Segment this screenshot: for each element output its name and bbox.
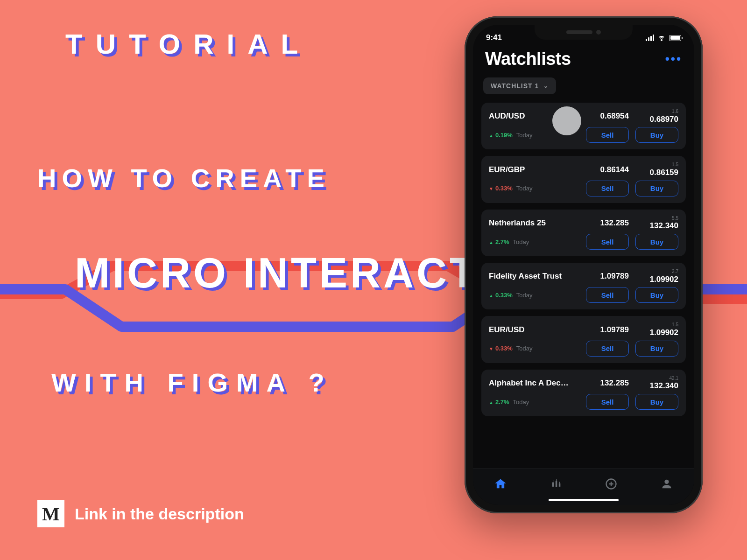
svg-rect-1 xyxy=(556,481,557,487)
status-time: 9:41 xyxy=(486,33,502,42)
more-button[interactable]: ••• xyxy=(665,52,682,66)
buy-button[interactable]: Buy xyxy=(635,287,678,303)
pips: 42.1 xyxy=(669,376,678,381)
watchlist-card[interactable]: AUD/USD 0.68954 1.6 0.68970 0.19% Today … xyxy=(481,103,686,149)
wifi-icon xyxy=(657,35,666,41)
tab-markets[interactable] xyxy=(545,473,567,495)
home-indicator xyxy=(549,499,619,501)
arrow-up-icon: 0.33% xyxy=(489,292,513,299)
cta-text: Link in the description xyxy=(75,505,244,523)
change-row: 2.7% Today xyxy=(489,238,579,245)
sell-button[interactable]: Sell xyxy=(586,234,629,250)
phone-frame: 9:41 Watchlists ••• WATCHLIST 1 ⌄ AUD/US… xyxy=(465,16,703,513)
buy-button[interactable]: Buy xyxy=(635,394,678,410)
sell-price: 132.285 xyxy=(600,219,629,227)
tab-home[interactable] xyxy=(490,473,511,495)
sell-price: 1.09789 xyxy=(600,272,629,280)
touch-indicator-icon xyxy=(552,106,581,135)
watchlist-card[interactable]: EUR/USD 1.09789 1.5 1.09902 0.33% Today … xyxy=(481,316,686,363)
buy-price: 132.340 xyxy=(650,382,678,390)
arrow-up-icon: 2.7% xyxy=(489,399,509,406)
pips: 1.5 xyxy=(672,162,678,168)
buy-price-wrap: 1.5 1.09902 xyxy=(635,322,678,336)
sell-price-wrap: 0.86144 xyxy=(586,166,629,174)
sell-price-wrap: 132.285 xyxy=(586,219,629,227)
hero-line-micro: MICRO INTERACTIONS xyxy=(75,249,458,297)
instrument-symbol: Alphabet Inc A Dec… xyxy=(489,378,579,388)
buy-price-wrap: 2.7 1.09902 xyxy=(635,269,678,283)
hero-line-with: WITH FIGMA ? xyxy=(51,367,458,398)
buy-price-wrap: 1.6 0.68970 xyxy=(635,109,678,123)
today-label: Today xyxy=(513,238,529,245)
buy-button[interactable]: Buy xyxy=(635,127,678,143)
today-label: Today xyxy=(516,345,533,352)
phone-screen: 9:41 Watchlists ••• WATCHLIST 1 ⌄ AUD/US… xyxy=(473,25,694,505)
today-label: Today xyxy=(516,292,533,299)
battery-icon xyxy=(669,35,681,41)
pips: 1.5 xyxy=(672,322,678,328)
instrument-symbol: EUR/GBP xyxy=(489,165,579,175)
chevron-down-icon: ⌄ xyxy=(543,83,549,89)
watchlist-card[interactable]: Alphabet Inc A Dec… 132.285 42.1 132.340… xyxy=(481,370,686,416)
today-label: Today xyxy=(516,185,533,192)
today-label: Today xyxy=(516,132,533,139)
home-icon xyxy=(494,477,507,490)
arrow-up-icon: 0.19% xyxy=(489,132,513,139)
sell-button[interactable]: Sell xyxy=(586,394,629,410)
medium-icon: M xyxy=(37,500,64,527)
watchlist-selector[interactable]: WATCHLIST 1 ⌄ xyxy=(483,77,556,94)
buy-button[interactable]: Buy xyxy=(635,181,678,196)
hero-line-tutorial: TUTORIAL xyxy=(65,28,458,60)
user-icon xyxy=(660,477,673,490)
footer-cta: M Link in the description xyxy=(37,500,244,527)
sell-price: 0.86144 xyxy=(600,166,629,174)
hero-line-how: HOW TO CREATE xyxy=(37,163,458,193)
buy-price: 1.09902 xyxy=(650,329,678,337)
sell-button[interactable]: Sell xyxy=(586,127,629,143)
buy-price: 0.68970 xyxy=(650,115,678,124)
watchlist-card[interactable]: Fidelity Asset Trust 1.09789 2.7 1.09902… xyxy=(481,263,686,309)
tab-profile[interactable] xyxy=(656,473,677,495)
sell-button[interactable]: Sell xyxy=(586,287,629,303)
change-row: 0.33% Today xyxy=(489,345,579,352)
watchlist-cards: AUD/USD 0.68954 1.6 0.68970 0.19% Today … xyxy=(473,103,694,458)
sell-price: 1.09789 xyxy=(600,326,629,334)
svg-rect-4 xyxy=(556,479,557,481)
page-title: Watchlists xyxy=(485,49,571,69)
candles-icon xyxy=(550,477,563,490)
svg-rect-5 xyxy=(559,482,560,483)
watchlist-selector-label: WATCHLIST 1 xyxy=(491,82,539,90)
buy-price: 1.09902 xyxy=(650,275,678,284)
instrument-symbol: Netherlands 25 xyxy=(489,218,579,228)
signal-icon xyxy=(646,35,654,41)
sell-price-wrap: 132.285 xyxy=(586,379,629,387)
buy-price: 132.340 xyxy=(650,222,678,230)
buy-price-wrap: 42.1 132.340 xyxy=(635,376,678,390)
watchlist-card[interactable]: EUR/GBP 0.86144 1.5 0.86159 0.33% Today … xyxy=(481,156,686,203)
buy-button[interactable]: Buy xyxy=(635,341,678,357)
watchlist-card[interactable]: Netherlands 25 132.285 5.5 132.340 2.7% … xyxy=(481,210,686,256)
change-row: 0.33% Today xyxy=(489,292,579,299)
sell-price: 132.285 xyxy=(600,379,629,387)
sell-button[interactable]: Sell xyxy=(586,181,629,196)
svg-rect-3 xyxy=(553,480,553,482)
arrow-down-icon: 0.33% xyxy=(489,185,513,192)
plus-circle-icon xyxy=(605,477,618,490)
tab-add[interactable] xyxy=(600,473,622,495)
buy-button[interactable]: Buy xyxy=(635,234,678,250)
change-row: 2.7% Today xyxy=(489,399,579,406)
instrument-symbol: EUR/USD xyxy=(489,325,579,335)
today-label: Today xyxy=(513,399,529,406)
arrow-down-icon: 0.33% xyxy=(489,345,513,352)
svg-rect-0 xyxy=(552,482,554,486)
sell-button[interactable]: Sell xyxy=(586,341,629,357)
change-row: 0.33% Today xyxy=(489,185,579,192)
sell-price-wrap: 1.09789 xyxy=(586,326,629,334)
sell-price-wrap: 1.09789 xyxy=(586,272,629,280)
pips: 1.6 xyxy=(672,109,678,114)
svg-rect-2 xyxy=(559,483,561,486)
pips: 2.7 xyxy=(672,269,678,274)
instrument-symbol: Fidelity Asset Trust xyxy=(489,272,579,281)
sell-price: 0.68954 xyxy=(600,112,629,120)
pips: 5.5 xyxy=(672,216,678,221)
